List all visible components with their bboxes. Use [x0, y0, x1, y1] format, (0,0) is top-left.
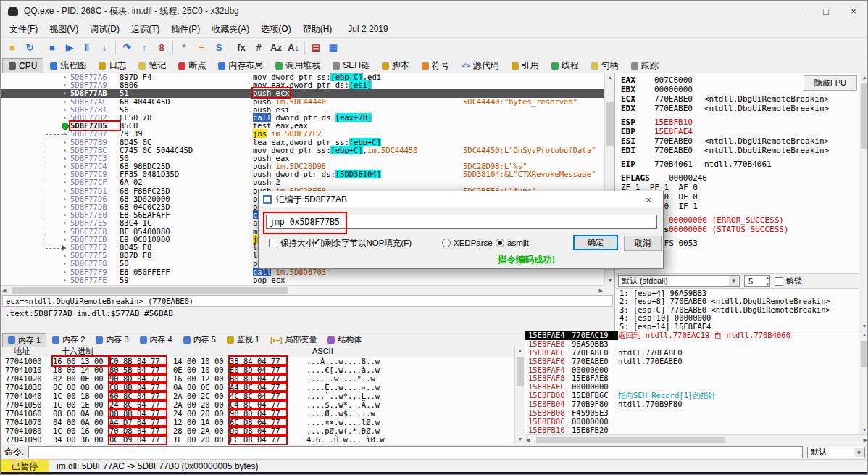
- command-input[interactable]: [28, 446, 803, 458]
- dump-row[interactable]: 7704102002 00 0E 0090 8D 04 7716 00 12 0…: [1, 374, 514, 383]
- minimize-button[interactable]: –: [785, 1, 812, 21]
- scrollbar-thumb[interactable]: [536, 437, 725, 443]
- scrollbar-thumb[interactable]: [861, 83, 868, 149]
- stack-horizontal-scrollbar[interactable]: [525, 434, 868, 445]
- dump-row[interactable]: 770410801C 00 16 0070 D8 04 7728 00 2A 0…: [1, 426, 514, 435]
- sort-icon[interactable]: A↓: [285, 39, 302, 55]
- display-icon[interactable]: ▦: [325, 39, 342, 55]
- menu-debug[interactable]: 调试(D): [84, 22, 125, 37]
- stop-icon[interactable]: ■: [43, 39, 61, 55]
- az-icon[interactable]: Az: [267, 39, 285, 55]
- memory-dump-pane[interactable]: 7704100016 00 13 00C0 8B 04 7714 00 10 0…: [1, 357, 514, 444]
- register-row[interactable]: ESP15E8FB10: [621, 117, 859, 127]
- run-icon[interactable]: ▶: [61, 39, 78, 55]
- help-book-icon[interactable]: ▤: [307, 39, 325, 55]
- assemble-instruction-input[interactable]: [266, 215, 657, 229]
- settings-gear-icon[interactable]: *: [175, 39, 193, 55]
- tab-cpu[interactable]: CPU: [2, 58, 43, 73]
- dump-row[interactable]: 7704109034 00 36 000C D9 04 771E 00 20 0…: [1, 435, 514, 444]
- asmjit-radio[interactable]: asmjit: [496, 238, 529, 248]
- tab-notes[interactable]: 笔记: [133, 58, 172, 73]
- asmjit-radio-button[interactable]: [496, 239, 504, 247]
- tab-locals[interactable]: [x=]局部变量: [265, 333, 322, 347]
- scrollbar-thumb[interactable]: [517, 357, 524, 386]
- tab-mem2[interactable]: 内存 2: [47, 333, 90, 347]
- unlock-checkbox[interactable]: 解锁: [775, 276, 802, 286]
- menu-trace[interactable]: 追踪(T): [125, 22, 165, 37]
- register-row[interactable]: EDI770EABE0<ntdll.DbgUiRemoteBreakin>: [621, 146, 859, 155]
- tab-handles[interactable]: 句柄: [585, 58, 625, 73]
- unlock-checkbox-box[interactable]: [775, 277, 783, 286]
- tab-memmap[interactable]: 内存布局: [212, 58, 269, 73]
- menu-options[interactable]: 选项(O): [255, 22, 296, 37]
- stack-row[interactable]: 15E8FAF0770EABE0ntdll.770EABE0: [525, 358, 859, 366]
- keep-size-checkbox-box[interactable]: [269, 239, 277, 247]
- tab-log[interactable]: 日志: [93, 58, 132, 73]
- stack-row[interactable]: 15E8FAE896A59BB3: [525, 340, 859, 349]
- stack-row[interactable]: 15E8FB1015E8FB20: [525, 426, 859, 434]
- dump-row[interactable]: 770410501C 00 1E 0024 8C 04 772A 00 20 0…: [1, 400, 514, 409]
- xedparse-radio[interactable]: XEDParse: [442, 238, 493, 248]
- patches-icon[interactable]: 8: [153, 39, 170, 55]
- stack-row[interactable]: 15E8FAEC770EABE0ntdll.770EABE0: [525, 349, 859, 358]
- disasm-horizontal-scrollbar[interactable]: [1, 285, 604, 295]
- hash-icon[interactable]: #: [250, 39, 267, 55]
- arguments-pane[interactable]: 1: [esp+4] 96A59BB32: [esp+8] 770EABE0 <…: [614, 289, 859, 331]
- tab-watch1[interactable]: 监视 1: [222, 333, 264, 347]
- tab-seh[interactable]: SEH链: [327, 58, 375, 73]
- dump-row[interactable]: 7704101018 00 14 0080 5B 04 770E 00 10 0…: [1, 365, 514, 374]
- hide-fpu-button[interactable]: 隐藏FPU: [804, 75, 857, 91]
- tab-references[interactable]: 引用: [506, 58, 545, 73]
- dump-row[interactable]: 770410401C 00 18 0060 8C 04 772A 00 2C 0…: [1, 392, 514, 400]
- register-row[interactable]: ESI770EABE0<ntdll.DbgUiRemoteBreakin>: [621, 136, 859, 146]
- disasm-row[interactable]: 5D8F77F9E8 050FFEFFcall im.5D8D8703: [1, 268, 604, 276]
- register-row[interactable]: EBP15E8FAE4: [621, 127, 859, 136]
- tab-script[interactable]: 脚本: [376, 58, 415, 73]
- dump-row[interactable]: 7704100016 00 13 00C0 8B 04 7714 00 10 0…: [1, 357, 514, 365]
- register-row[interactable]: ECX770EABE0<ntdll.DbgUiRemoteBreakin>: [621, 94, 859, 104]
- register-row[interactable]: EFLAGS00000246: [621, 173, 859, 183]
- register-row[interactable]: EIP770B4061ntdll.770B4061: [621, 160, 859, 169]
- tab-mem3[interactable]: 内存 3: [91, 333, 133, 347]
- tab-graph[interactable]: 流程图: [44, 58, 92, 73]
- argument-row[interactable]: 5: [esp+14] 15E8FAE4: [615, 323, 859, 331]
- dump-vertical-scrollbar[interactable]: [514, 347, 525, 444]
- scrollbar-thumb[interactable]: [861, 341, 868, 367]
- tab-struct[interactable]: 结构体: [322, 333, 367, 347]
- ok-button[interactable]: 确定: [573, 235, 618, 250]
- breakpoint-dot-icon[interactable]: [62, 123, 69, 130]
- dump-row[interactable]: 7704106008 00 0A 00D8 8B 04 7724 00 20 0…: [1, 409, 514, 418]
- tab-callstack[interactable]: 调用堆栈: [270, 58, 326, 73]
- argument-count-spinner[interactable]: 5: [744, 275, 770, 287]
- pause-icon[interactable]: ‖: [78, 39, 96, 55]
- menu-view[interactable]: 视图(V): [43, 22, 84, 37]
- stack-vertical-scrollbar[interactable]: [859, 331, 868, 434]
- stack-pane[interactable]: 15E8FAE4770EAC19返回到 ntdll.770EAC19 自 ntd…: [525, 331, 859, 434]
- close-button[interactable]: ×: [840, 1, 867, 21]
- cancel-button[interactable]: 取消: [624, 236, 662, 251]
- windows-taskbar[interactable]: [1, 472, 868, 475]
- dump-row[interactable]: 7704107004 00 0A 00A4 D7 04 7712 00 1A 0…: [1, 418, 514, 426]
- menu-file[interactable]: 文件(F): [4, 22, 43, 37]
- tab-trace[interactable]: 跟踪: [625, 58, 664, 73]
- open-file-icon[interactable]: ■: [4, 39, 21, 55]
- tab-mem4[interactable]: 内存 4: [135, 333, 178, 347]
- calling-convention-select[interactable]: 默认 (stdcall): [618, 275, 740, 287]
- tab-threads[interactable]: 线程: [546, 58, 585, 73]
- tab-mem1[interactable]: 内存 1: [2, 333, 46, 347]
- registers-vertical-scrollbar[interactable]: [859, 73, 868, 331]
- step-over-icon[interactable]: ↷: [118, 39, 135, 55]
- tab-source[interactable]: <>源代码: [456, 58, 505, 73]
- menu-help[interactable]: 帮助(H): [297, 22, 338, 37]
- register-row[interactable]: EDX770EABE0<ntdll.DbgUiRemoteBreakin>: [621, 104, 859, 113]
- fx-icon[interactable]: fx: [233, 39, 250, 55]
- menu-favourites[interactable]: 收藏夹(A): [206, 22, 255, 37]
- run-until-return-icon[interactable]: ↑: [135, 39, 153, 55]
- stack-row[interactable]: 15E8FB0C00000000: [525, 418, 859, 426]
- scrollbar-thumb[interactable]: [606, 102, 614, 146]
- command-syntax-select[interactable]: 默认: [807, 447, 865, 458]
- scrollbar-thumb[interactable]: [12, 287, 288, 294]
- maximize-button[interactable]: □: [812, 1, 840, 21]
- tab-breakpoints[interactable]: 断点: [172, 58, 212, 73]
- tab-mem5[interactable]: 内存 5: [178, 333, 221, 347]
